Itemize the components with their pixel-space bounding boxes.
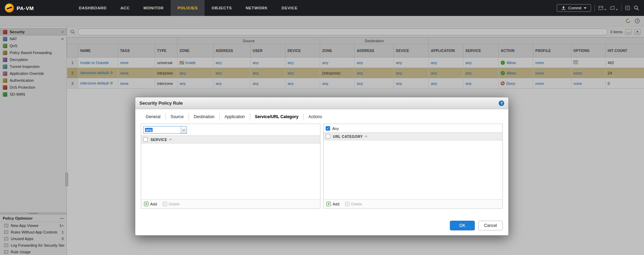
tab-dashboard[interactable]: DASHBOARD — [72, 0, 114, 16]
dialog-tab-application[interactable]: Application — [220, 113, 250, 120]
cancel-button[interactable]: Cancel — [478, 221, 503, 230]
dialog-tab-service-url-category[interactable]: Service/URL Category — [250, 113, 304, 120]
service-select-all-checkbox[interactable] — [143, 137, 148, 142]
url-any-label: Any — [332, 126, 339, 131]
url-category-column-header[interactable]: URL CATEGORY — [333, 134, 363, 139]
service-type-select[interactable]: any — [143, 126, 187, 134]
save-config-caret-icon — [604, 9, 606, 10]
url-any-checkbox[interactable] — [326, 126, 330, 131]
search-icon[interactable] — [634, 5, 639, 11]
chevron-down-icon — [182, 128, 185, 131]
service-add-button[interactable]: + Add — [144, 202, 157, 206]
dialog-header: Security Policy Rule ? — [135, 97, 508, 109]
dialog-tab-destination[interactable]: Destination — [189, 113, 220, 120]
service-panel: any SERVICE + Add − — [141, 124, 320, 209]
service-panel-footer: + Add − Delete — [141, 199, 320, 208]
add-icon: + — [326, 202, 331, 206]
tab-network[interactable]: NETWORK — [239, 0, 275, 16]
service-list-header: SERVICE — [141, 135, 320, 143]
dialog-title: Security Policy Rule — [139, 100, 183, 106]
delete-icon: − — [345, 202, 350, 206]
url-category-panel: Any URL CATEGORY + Add − Delete — [323, 124, 503, 209]
delete-label: Delete — [351, 202, 362, 206]
sort-ascending-icon — [365, 135, 368, 138]
dialog-tab-general[interactable]: General — [141, 113, 166, 120]
save-config-icon[interactable] — [598, 6, 606, 10]
service-type-value: any — [144, 128, 181, 132]
dialog-tab-actions[interactable]: Actions — [303, 113, 327, 120]
security-policy-rule-dialog: Security Policy Rule ? General Source De… — [135, 97, 509, 236]
nav-separator-2 — [621, 5, 622, 11]
service-delete-button: − Delete — [163, 202, 180, 206]
url-select-all-checkbox[interactable] — [326, 134, 330, 139]
revert-config-caret-icon — [616, 9, 618, 10]
service-list-body[interactable] — [141, 143, 320, 199]
sort-ascending-icon — [169, 139, 172, 141]
dialog-content: any SERVICE + Add − — [135, 124, 508, 209]
commit-button[interactable]: Commit — [557, 4, 591, 12]
url-list-header: URL CATEGORY — [324, 132, 502, 140]
add-label: Add — [150, 202, 157, 206]
commit-caret-icon — [584, 7, 587, 9]
nav-right-group: Commit — [557, 4, 639, 12]
url-panel-footer: + Add − Delete — [324, 199, 502, 208]
tab-monitor[interactable]: MONITOR — [137, 0, 171, 16]
tab-policies[interactable]: POLICIES — [171, 0, 205, 16]
service-column-header[interactable]: SERVICE — [151, 138, 167, 142]
add-icon: + — [144, 202, 148, 206]
add-label: Add — [333, 202, 339, 206]
url-add-button[interactable]: + Add — [326, 202, 339, 206]
device-name: PA-VM — [17, 5, 34, 11]
dialog-tab-source[interactable]: Source — [166, 113, 189, 120]
dialog-help-icon[interactable]: ? — [499, 100, 504, 106]
tab-acc[interactable]: ACC — [114, 0, 137, 16]
revert-config-icon[interactable] — [610, 6, 618, 10]
top-nav: PA-VM DASHBOARD ACC MONITOR POLICIES OBJ… — [0, 0, 644, 16]
commit-label: Commit — [568, 6, 581, 10]
url-list-body[interactable] — [324, 140, 502, 199]
task-manager-icon[interactable] — [625, 6, 630, 10]
url-panel-top: Any — [324, 124, 502, 132]
ok-button[interactable]: OK — [450, 221, 474, 230]
delete-icon: − — [163, 202, 167, 206]
delete-label: Delete — [169, 202, 180, 206]
main-nav-tabs: DASHBOARD ACC MONITOR POLICIES OBJECTS N… — [72, 0, 305, 16]
commit-upload-icon — [561, 6, 566, 10]
dialog-actions: OK Cancel — [450, 221, 503, 230]
service-panel-top: any — [141, 124, 320, 135]
tab-device[interactable]: DEVICE — [275, 0, 305, 16]
tab-objects[interactable]: OBJECTS — [205, 0, 239, 16]
url-delete-button: − Delete — [345, 202, 362, 206]
paloalto-logo-icon — [5, 3, 14, 12]
service-type-dropdown-button[interactable] — [181, 126, 187, 133]
dialog-tabs: General Source Destination Application S… — [141, 113, 503, 120]
nav-separator — [595, 5, 595, 11]
app-screen: PA-VM DASHBOARD ACC MONITOR POLICIES OBJ… — [0, 0, 644, 255]
